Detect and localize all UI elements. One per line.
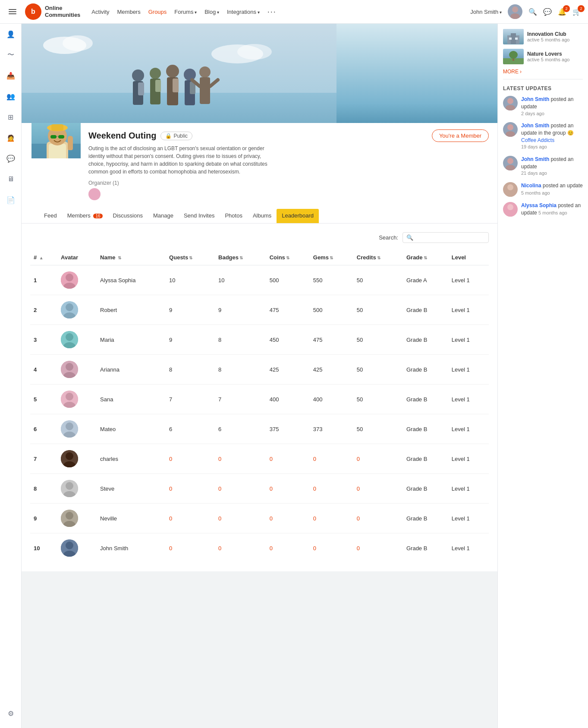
col-credits[interactable]: Credits⇅ xyxy=(353,250,403,265)
notification-icon[interactable]: 🔔 2 xyxy=(558,8,566,16)
sidebar-group-thumb-1 xyxy=(503,29,524,44)
credits-cell: 50 xyxy=(353,384,403,414)
col-badges[interactable]: Badges⇅ xyxy=(215,250,266,265)
level-cell: Level 1 xyxy=(448,533,489,563)
group-link-2[interactable]: Coffee Addicts xyxy=(521,137,554,143)
user-name-label[interactable]: John Smith xyxy=(470,9,502,15)
sidebar-groups-icon[interactable]: 👥 xyxy=(5,90,17,102)
search-nav-icon[interactable]: 🔍 xyxy=(528,8,537,16)
sidebar-group-item-2: Nature Lovers active 5 months ago xyxy=(503,49,583,64)
sidebar-grid-icon[interactable]: ⊞ xyxy=(5,111,17,123)
update-text-2: John Smith posted an update in the group… xyxy=(521,122,583,151)
name-cell: Mateo xyxy=(97,414,166,444)
level-cell: Level 1 xyxy=(448,355,489,384)
nav-forums[interactable]: Forums xyxy=(174,9,197,15)
tab-send-invites[interactable]: Send Invites xyxy=(179,209,220,223)
sidebar-monitor-icon[interactable]: 🖥 xyxy=(5,173,17,185)
gems-cell: 550 xyxy=(310,265,353,295)
update-user-4[interactable]: Nicolina xyxy=(521,183,541,189)
grade-cell: Grade B xyxy=(403,295,448,325)
avatar-cell xyxy=(57,444,97,474)
svg-rect-13 xyxy=(155,80,161,92)
coins-cell: 0 xyxy=(266,444,310,474)
update-time-5: 5 months ago xyxy=(538,210,567,215)
more-arrow-icon: › xyxy=(520,69,522,75)
tab-feed[interactable]: Feed xyxy=(39,209,62,223)
sidebar-group-name-1[interactable]: Innovation Club xyxy=(527,31,583,37)
name-cell: Neville xyxy=(97,504,166,533)
svg-rect-16 xyxy=(173,79,179,92)
sidebar-chat-icon[interactable]: 💬 xyxy=(5,152,17,164)
svg-point-4 xyxy=(63,35,93,51)
nav-groups[interactable]: Groups xyxy=(148,9,167,15)
sidebar-user2-icon[interactable]: 🙍 xyxy=(5,132,17,144)
badges-cell: 8 xyxy=(215,355,266,384)
avatar-cell xyxy=(57,384,97,414)
organizer-avatar[interactable] xyxy=(88,188,101,200)
gems-cell: 0 xyxy=(310,504,353,533)
svg-rect-69 xyxy=(509,38,512,40)
credits-cell: 50 xyxy=(353,414,403,444)
credits-cell: 0 xyxy=(353,533,403,563)
table-row: 2 Robert 9 9 475 500 50 Grade B Level 1 xyxy=(30,295,489,325)
tab-manage[interactable]: Manage xyxy=(148,209,179,223)
quests-cell: 9 xyxy=(166,295,215,325)
col-gems[interactable]: Gems⇅ xyxy=(310,250,353,265)
update-user-2[interactable]: John Smith xyxy=(521,123,549,129)
name-cell: charles xyxy=(97,444,166,474)
cart-icon[interactable]: 🛒 2 xyxy=(572,8,581,16)
svg-point-40 xyxy=(66,303,73,311)
tab-leaderboard[interactable]: Leaderboard xyxy=(277,209,319,223)
update-user-3[interactable]: John Smith xyxy=(521,156,549,162)
grade-cell: Grade B xyxy=(403,325,448,355)
tab-photos[interactable]: Photos xyxy=(220,209,247,223)
badges-cell: 0 xyxy=(215,474,266,504)
col-coins[interactable]: Coins⇅ xyxy=(266,250,310,265)
badges-cell: 7 xyxy=(215,384,266,414)
level-cell: Level 1 xyxy=(448,265,489,295)
credits-cell: 0 xyxy=(353,444,403,474)
member-button[interactable]: You're a Member xyxy=(432,129,489,142)
sidebar-group-active-2: active 5 months ago xyxy=(527,57,583,62)
more-link[interactable]: MORE › xyxy=(503,69,583,75)
nav-members[interactable]: Members xyxy=(117,9,141,15)
rank-cell: 2 xyxy=(30,295,57,325)
col-quests[interactable]: Quests⇅ xyxy=(166,250,215,265)
hamburger-menu[interactable] xyxy=(7,7,18,16)
sidebar-inbox-icon[interactable]: 📥 xyxy=(5,69,17,82)
level-cell: Level 1 xyxy=(448,384,489,414)
table-row: 10 John Smith 0 0 0 0 0 Grade B Level 1 xyxy=(30,533,489,563)
sidebar-settings-icon[interactable]: ⚙ xyxy=(5,707,17,719)
col-rank[interactable]: # ▲ xyxy=(30,250,57,265)
svg-point-20 xyxy=(199,66,211,78)
update-user-5[interactable]: Alyssa Sophia xyxy=(521,202,557,208)
sidebar-doc-icon[interactable]: 📄 xyxy=(5,194,17,206)
nav-blog[interactable]: Blog xyxy=(204,9,219,15)
tab-discussions[interactable]: Discussions xyxy=(108,209,148,223)
sidebar-group-name-2[interactable]: Nature Lovers xyxy=(527,51,583,57)
sidebar-activity-icon[interactable]: 〜 xyxy=(5,49,17,61)
update-user-1[interactable]: John Smith xyxy=(521,96,549,102)
level-cell: Level 1 xyxy=(448,325,489,355)
tab-albums[interactable]: Albums xyxy=(248,209,277,223)
icon-sidebar: 👤 〜 📥 👥 ⊞ 🙍 💬 🖥 📄 ⚙ xyxy=(0,24,22,728)
nav-activity[interactable]: Activity xyxy=(91,9,109,15)
sidebar-person-icon[interactable]: 👤 xyxy=(5,28,17,40)
table-row: 9 Neville 0 0 0 0 0 Grade B Level 1 xyxy=(30,504,489,533)
col-grade[interactable]: Grade⇅ xyxy=(403,250,448,265)
nav-integrations[interactable]: Integrations xyxy=(227,9,260,15)
col-name[interactable]: Name ⇅ xyxy=(97,250,166,265)
update-item-5: Alyssa Sophia posted an update 5 months … xyxy=(503,202,583,217)
svg-point-79 xyxy=(507,158,513,164)
rank-cell: 1 xyxy=(30,265,57,295)
coins-cell: 500 xyxy=(266,265,310,295)
nav-more[interactable]: ··· xyxy=(267,7,277,16)
cart-badge: 2 xyxy=(578,5,585,12)
tab-members[interactable]: Members 16 xyxy=(62,209,108,223)
level-cell: Level 1 xyxy=(448,295,489,325)
user-avatar[interactable] xyxy=(508,4,522,19)
search-input[interactable] xyxy=(416,234,485,241)
message-icon[interactable]: 💬 xyxy=(543,8,552,16)
svg-point-80 xyxy=(506,165,515,170)
svg-point-43 xyxy=(66,333,73,341)
